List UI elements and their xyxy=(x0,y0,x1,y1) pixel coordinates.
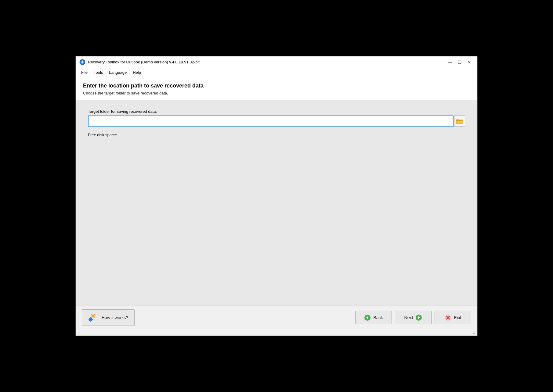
svg-line-14 xyxy=(94,314,95,315)
application-window: Recovery Toolbox for Outlook (Demo versi… xyxy=(75,56,478,336)
status-bar: :: xyxy=(76,330,477,336)
menu-language[interactable]: Language xyxy=(106,69,130,76)
menu-file[interactable]: File xyxy=(78,69,91,76)
next-icon xyxy=(415,314,422,321)
exit-label: Exit xyxy=(454,315,461,320)
back-label: Back xyxy=(373,315,383,320)
svg-line-24 xyxy=(92,318,92,319)
footer-left: How it works? xyxy=(82,309,135,326)
svg-line-25 xyxy=(89,320,90,321)
folder-input-row: ⌄ xyxy=(88,116,465,127)
svg-line-15 xyxy=(92,317,92,317)
next-label: Next xyxy=(404,315,413,320)
next-button[interactable]: Next xyxy=(395,311,432,324)
menu-bar: File Tools Language Help xyxy=(76,68,477,77)
title-bar: Recovery Toolbox for Outlook (Demo versi… xyxy=(76,56,477,68)
folder-path-input[interactable] xyxy=(89,116,447,126)
window-title: Recovery Toolbox for Outlook (Demo versi… xyxy=(88,60,446,64)
exit-button[interactable]: Exit xyxy=(435,311,471,324)
svg-line-23 xyxy=(92,320,92,321)
folder-icon xyxy=(456,118,463,124)
menu-help[interactable]: Help xyxy=(130,69,144,76)
status-indicator: :: xyxy=(473,331,475,334)
how-it-works-button[interactable]: How it works? xyxy=(82,309,135,326)
svg-rect-4 xyxy=(456,120,463,124)
maximize-button[interactable]: ☐ xyxy=(455,59,464,66)
gear-icon-container xyxy=(88,313,99,323)
minimize-button[interactable]: — xyxy=(446,59,454,66)
main-content: Target folder for saving recovered data:… xyxy=(76,100,477,305)
exit-icon xyxy=(445,314,451,321)
page-title: Enter the location path to save recovere… xyxy=(83,83,470,89)
dropdown-arrow-icon[interactable]: ⌄ xyxy=(447,119,453,123)
gears-icon xyxy=(88,313,99,323)
footer-right: Back Next Exit xyxy=(355,311,471,324)
how-it-works-label: How it works? xyxy=(102,315,128,320)
folder-field-label: Target folder for saving recovered data: xyxy=(88,109,465,114)
close-button[interactable]: ✕ xyxy=(465,59,474,66)
svg-line-12 xyxy=(92,314,92,315)
disk-space-label: Free disk space: xyxy=(88,133,465,137)
menu-tools[interactable]: Tools xyxy=(91,69,106,76)
app-icon xyxy=(79,59,85,65)
window-controls: — ☐ ✕ xyxy=(446,59,474,66)
folder-input-wrapper: ⌄ xyxy=(88,116,454,127)
browse-folder-button[interactable] xyxy=(454,116,465,127)
svg-line-13 xyxy=(94,317,95,317)
back-icon xyxy=(364,314,371,321)
footer: How it works? Back Next xyxy=(76,305,477,330)
svg-line-22 xyxy=(89,318,90,319)
page-subtitle: Choose the target folder to save recover… xyxy=(83,91,470,95)
header-section: Enter the location path to save recovere… xyxy=(76,77,477,100)
back-button[interactable]: Back xyxy=(355,311,392,324)
svg-point-1 xyxy=(81,61,83,63)
